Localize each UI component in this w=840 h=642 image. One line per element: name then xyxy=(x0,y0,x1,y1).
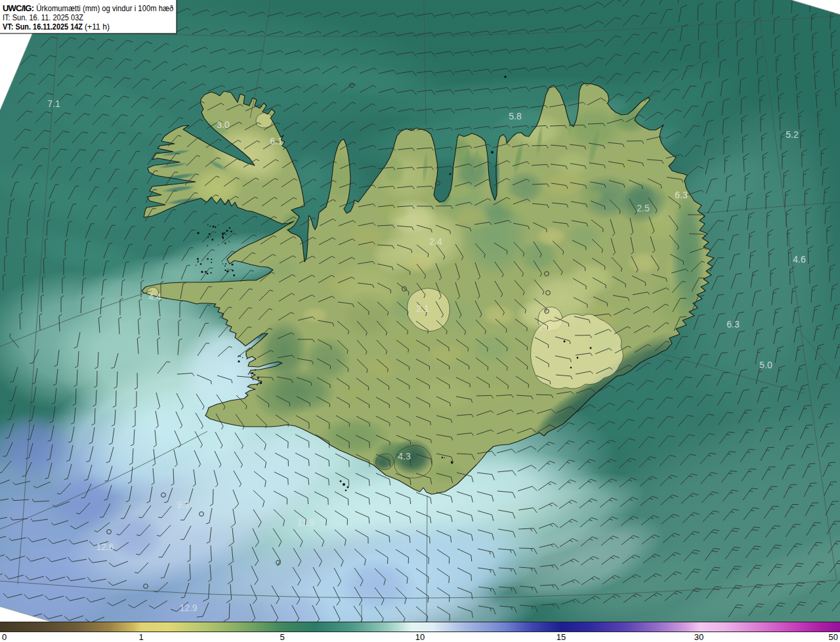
svg-text:3.0: 3.0 xyxy=(217,119,230,130)
svg-text:2.3: 2.3 xyxy=(538,322,551,333)
svg-text:4.4: 4.4 xyxy=(148,291,161,302)
svg-text:12.6: 12.6 xyxy=(96,542,114,552)
svg-text:0: 0 xyxy=(2,632,7,642)
svg-text:50: 50 xyxy=(829,632,838,642)
svg-text:12.9: 12.9 xyxy=(179,603,197,613)
svg-text:IT: Sun. 16. 11. 2025 03Z: IT: Sun. 16. 11. 2025 03Z xyxy=(3,12,83,22)
svg-text:10: 10 xyxy=(415,632,425,642)
svg-text:2.4: 2.4 xyxy=(429,236,442,247)
svg-text:5.8: 5.8 xyxy=(509,111,522,121)
svg-text:6.1: 6.1 xyxy=(270,136,283,146)
svg-text:VT: Sun. 16.11.2025 14Z(+11 h): VT: Sun. 16.11.2025 14Z(+11 h) xyxy=(3,22,110,32)
svg-text:5: 5 xyxy=(280,632,284,642)
svg-text:11.9: 11.9 xyxy=(297,517,314,528)
svg-text:4.3: 4.3 xyxy=(398,451,411,461)
svg-text:9.7: 9.7 xyxy=(177,500,190,510)
svg-text:30: 30 xyxy=(694,632,704,642)
svg-text:2.1: 2.1 xyxy=(416,303,429,314)
svg-text:7.1: 7.1 xyxy=(47,98,60,109)
svg-text:5.2: 5.2 xyxy=(786,129,799,140)
svg-text:1: 1 xyxy=(138,632,143,642)
svg-text:4.6: 4.6 xyxy=(793,254,806,265)
svg-text:6.3: 6.3 xyxy=(675,190,688,200)
svg-text:UWC/IG:Úrkomumætti (mm) og vin: UWC/IG:Úrkomumætti (mm) og vindur i 100m… xyxy=(3,3,173,13)
svg-text:2.5: 2.5 xyxy=(637,203,650,213)
svg-text:6.3: 6.3 xyxy=(726,319,740,330)
svg-text:15: 15 xyxy=(556,632,566,642)
svg-text:5.0: 5.0 xyxy=(759,360,772,370)
